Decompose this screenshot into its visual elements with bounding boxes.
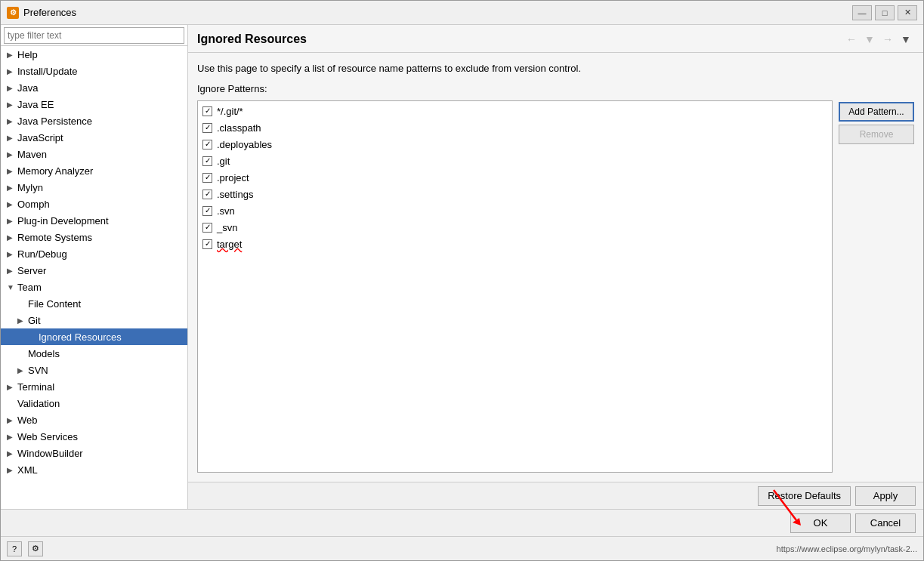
pattern-checkbox[interactable] xyxy=(202,239,212,249)
nav-forward-button[interactable]: → xyxy=(879,31,896,48)
tree-label-java-persistence: Java Persistence xyxy=(17,116,92,127)
apply-button[interactable]: Apply xyxy=(855,486,916,506)
tree-item-svn[interactable]: ▶SVN xyxy=(1,362,187,378)
tree-label-javascript: JavaScript xyxy=(17,132,63,143)
tree-label-windowbuilder: WindowBuilder xyxy=(17,448,83,459)
tree-item-web[interactable]: ▶Web xyxy=(1,412,187,428)
right-header: Ignored Resources ← ▼ → ▼ xyxy=(188,25,923,53)
tree-arrow-run-debug: ▶ xyxy=(7,250,17,258)
pattern-checkbox[interactable] xyxy=(202,106,212,116)
main-content: ▶Help▶Install/Update▶Java▶Java EE▶Java P… xyxy=(1,25,923,509)
tree-item-help[interactable]: ▶Help xyxy=(1,46,187,63)
pattern-text: */.git/* xyxy=(217,106,243,117)
tree-item-run-debug[interactable]: ▶Run/Debug xyxy=(1,245,187,262)
tree-label-plugin-development: Plug-in Development xyxy=(17,215,109,227)
tree-item-java-persistence[interactable]: ▶Java Persistence xyxy=(1,113,187,129)
tree-item-models[interactable]: Models xyxy=(1,345,187,362)
pattern-text: .classpath xyxy=(217,122,261,134)
tree-item-terminal[interactable]: ▶Terminal xyxy=(1,378,187,395)
tree-label-memory-analyzer: Memory Analyzer xyxy=(17,165,93,177)
tree-label-install-update: Install/Update xyxy=(17,66,78,77)
tree-label-web: Web xyxy=(17,415,38,426)
tree-arrow-team: ▼ xyxy=(7,283,17,291)
filter-box xyxy=(1,25,187,46)
maximize-button[interactable]: □ xyxy=(875,5,895,20)
pattern-item[interactable]: .settings xyxy=(198,186,832,202)
tree-label-validation: Validation xyxy=(17,398,60,409)
nav-icons: ← ▼ → ▼ xyxy=(843,31,914,48)
tree-item-javascript[interactable]: ▶JavaScript xyxy=(1,129,187,146)
nav-dropdown-button[interactable]: ▼ xyxy=(898,31,914,48)
settings-icon-button[interactable]: ⚙ xyxy=(28,541,43,556)
pattern-text: target xyxy=(217,239,242,250)
pattern-item[interactable]: .svn xyxy=(198,202,832,219)
tree-item-server[interactable]: ▶Server xyxy=(1,262,187,279)
close-button[interactable]: ✕ xyxy=(898,5,917,20)
tree-label-mylyn: Mylyn xyxy=(17,182,43,193)
nav-back-button[interactable]: ← xyxy=(843,31,860,48)
tree-item-java-ee[interactable]: ▶Java EE xyxy=(1,96,187,113)
tree-arrow-svn: ▶ xyxy=(17,366,28,375)
nav-back-dropdown[interactable]: ▼ xyxy=(861,31,878,48)
tree-item-ignored-resources[interactable]: Ignored Resources xyxy=(1,328,187,345)
patterns-list[interactable]: */.git/*.classpath.deployables.git.proje… xyxy=(197,100,833,473)
tree-item-install-update[interactable]: ▶Install/Update xyxy=(1,63,187,79)
left-panel: ▶Help▶Install/Update▶Java▶Java EE▶Java P… xyxy=(1,25,188,509)
pattern-checkbox[interactable] xyxy=(202,173,212,183)
pattern-text: .git xyxy=(217,156,230,167)
title-bar: ⚙ Preferences — □ ✕ xyxy=(1,1,923,25)
tree-label-xml: XML xyxy=(17,464,38,476)
pattern-text: .project xyxy=(217,172,249,183)
tree-item-xml[interactable]: ▶XML xyxy=(1,461,187,478)
pattern-checkbox[interactable] xyxy=(202,140,212,149)
tree-item-file-content[interactable]: File Content xyxy=(1,295,187,312)
help-icon-button[interactable]: ? xyxy=(7,541,22,556)
pattern-item[interactable]: .classpath xyxy=(198,119,832,136)
pattern-item[interactable]: .project xyxy=(198,169,832,186)
pattern-text: _svn xyxy=(217,222,237,233)
tree-item-windowbuilder[interactable]: ▶WindowBuilder xyxy=(1,445,187,461)
right-title: Ignored Resources xyxy=(197,32,307,46)
tree-item-git[interactable]: ▶Git xyxy=(1,312,187,328)
tree-item-web-services[interactable]: ▶Web Services xyxy=(1,428,187,445)
tree-item-java[interactable]: ▶Java xyxy=(1,79,187,96)
tree-arrow-server: ▶ xyxy=(7,267,17,275)
tree-label-web-services: Web Services xyxy=(17,431,78,442)
tree-item-team[interactable]: ▼Team xyxy=(1,279,187,295)
tree-arrow-java-ee: ▶ xyxy=(7,100,17,109)
pattern-checkbox[interactable] xyxy=(202,223,212,233)
tree-label-maven: Maven xyxy=(17,149,47,160)
add-pattern-button[interactable]: Add Pattern... xyxy=(839,102,914,122)
pattern-item[interactable]: _svn xyxy=(198,219,832,236)
tree-arrow-git: ▶ xyxy=(17,316,28,325)
ok-button[interactable]: OK xyxy=(790,513,851,533)
tree-item-oomph[interactable]: ▶Oomph xyxy=(1,196,187,212)
pattern-checkbox[interactable] xyxy=(202,156,212,166)
tree-label-java: Java xyxy=(17,82,38,94)
pattern-item[interactable]: */.git/* xyxy=(198,103,832,119)
filter-input[interactable] xyxy=(4,27,184,44)
tree-item-plugin-development[interactable]: ▶Plug-in Development xyxy=(1,212,187,229)
tree-arrow-mylyn: ▶ xyxy=(7,183,17,192)
minimize-button[interactable]: — xyxy=(852,5,872,20)
tree-item-memory-analyzer[interactable]: ▶Memory Analyzer xyxy=(1,162,187,179)
tree-item-validation[interactable]: Validation xyxy=(1,395,187,412)
tree-label-help: Help xyxy=(17,49,38,60)
tree-item-mylyn[interactable]: ▶Mylyn xyxy=(1,179,187,196)
pattern-item[interactable]: .git xyxy=(198,153,832,169)
remove-button[interactable]: Remove xyxy=(839,125,914,144)
tree-item-remote-systems[interactable]: ▶Remote Systems xyxy=(1,229,187,245)
pattern-checkbox[interactable] xyxy=(202,190,212,199)
cancel-button[interactable]: Cancel xyxy=(855,513,916,533)
pattern-item[interactable]: target xyxy=(198,236,832,252)
tree-item-maven[interactable]: ▶Maven xyxy=(1,146,187,162)
patterns-area: */.git/*.classpath.deployables.git.proje… xyxy=(197,100,914,473)
pattern-item[interactable]: .deployables xyxy=(198,136,832,153)
ok-cancel-area: OK Cancel xyxy=(1,509,923,536)
tree-area[interactable]: ▶Help▶Install/Update▶Java▶Java EE▶Java P… xyxy=(1,46,187,509)
tree-label-models: Models xyxy=(28,348,60,359)
pattern-checkbox[interactable] xyxy=(202,123,212,133)
pattern-checkbox[interactable] xyxy=(202,206,212,216)
tree-arrow-plugin-development: ▶ xyxy=(7,217,17,225)
restore-defaults-button[interactable]: Restore Defaults xyxy=(758,486,851,506)
